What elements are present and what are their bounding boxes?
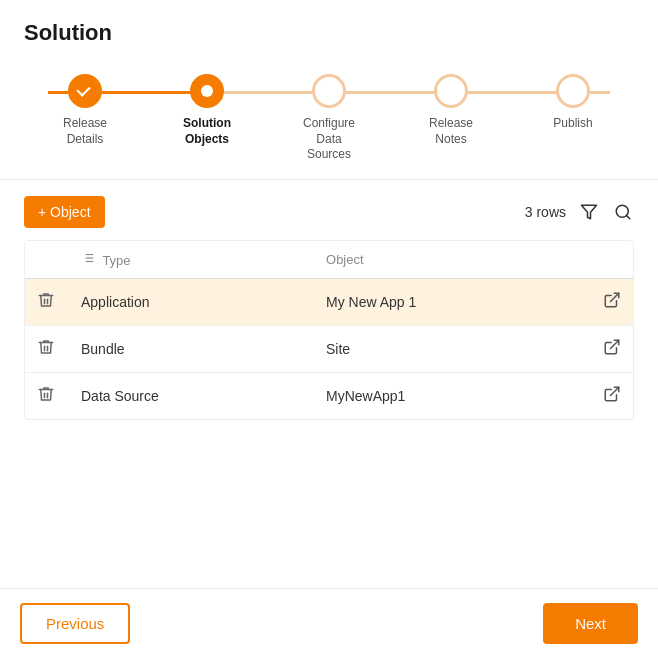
svg-line-10 (611, 340, 619, 348)
table-header-object: Object (314, 241, 589, 279)
sort-icon (81, 251, 95, 268)
type-cell-2: Data Source (69, 372, 314, 419)
step-label-publish: Publish (553, 116, 592, 132)
action-cell-1[interactable] (589, 325, 633, 372)
table-header-type: Type (69, 241, 314, 279)
delete-cell-2[interactable] (25, 372, 69, 419)
type-cell-1: Bundle (69, 325, 314, 372)
objects-table: Type Object Application My New App 1 (24, 240, 634, 420)
svg-line-2 (626, 215, 629, 218)
stepper: ReleaseDetails SolutionObjects Configure… (0, 62, 658, 180)
svg-line-9 (611, 293, 619, 301)
object-cell-1: Site (314, 325, 589, 372)
step-circle-release-notes (434, 74, 468, 108)
delete-cell-0[interactable] (25, 278, 69, 325)
external-link-icon (603, 291, 621, 309)
table-header-action (589, 241, 633, 279)
table-header-delete (25, 241, 69, 279)
step-circle-configure-data-sources (312, 74, 346, 108)
filter-button[interactable] (578, 201, 600, 223)
search-icon (614, 203, 632, 221)
delete-icon (37, 291, 55, 309)
step-solution-objects: SolutionObjects (146, 74, 268, 147)
external-link-icon (603, 385, 621, 403)
step-label-release-details: ReleaseDetails (63, 116, 107, 147)
rows-count: 3 rows (525, 204, 566, 220)
step-circle-solution-objects (190, 74, 224, 108)
previous-button[interactable]: Previous (20, 603, 130, 644)
add-object-button[interactable]: + Object (24, 196, 105, 228)
table-row: Bundle Site (25, 325, 633, 372)
search-button[interactable] (612, 201, 634, 223)
page-title: Solution (0, 0, 658, 62)
delete-icon (37, 385, 55, 403)
step-label-configure-data-sources: ConfigureDataSources (303, 116, 355, 163)
svg-line-11 (611, 387, 619, 395)
step-release-details: ReleaseDetails (24, 74, 146, 147)
next-button[interactable]: Next (543, 603, 638, 644)
svg-marker-0 (582, 205, 597, 219)
type-cell-0: Application (69, 278, 314, 325)
table-header-row: Type Object (25, 241, 633, 279)
step-configure-data-sources: ConfigureDataSources (268, 74, 390, 163)
step-circle-publish (556, 74, 590, 108)
main-content: + Object 3 rows (0, 180, 658, 436)
step-circle-release-details (68, 74, 102, 108)
step-label-release-notes: ReleaseNotes (429, 116, 473, 147)
step-publish: Publish (512, 74, 634, 132)
table-row: Data Source MyNewApp1 (25, 372, 633, 419)
object-cell-2: MyNewApp1 (314, 372, 589, 419)
delete-icon (37, 338, 55, 356)
toolbar: + Object 3 rows (24, 196, 634, 228)
table-row: Application My New App 1 (25, 278, 633, 325)
step-label-solution-objects: SolutionObjects (183, 116, 231, 147)
filter-icon (580, 203, 598, 221)
object-cell-0: My New App 1 (314, 278, 589, 325)
step-release-notes: ReleaseNotes (390, 74, 512, 147)
footer: Previous Next (0, 588, 658, 658)
action-cell-0[interactable] (589, 278, 633, 325)
external-link-icon (603, 338, 621, 356)
delete-cell-1[interactable] (25, 325, 69, 372)
action-cell-2[interactable] (589, 372, 633, 419)
toolbar-right: 3 rows (525, 201, 634, 223)
